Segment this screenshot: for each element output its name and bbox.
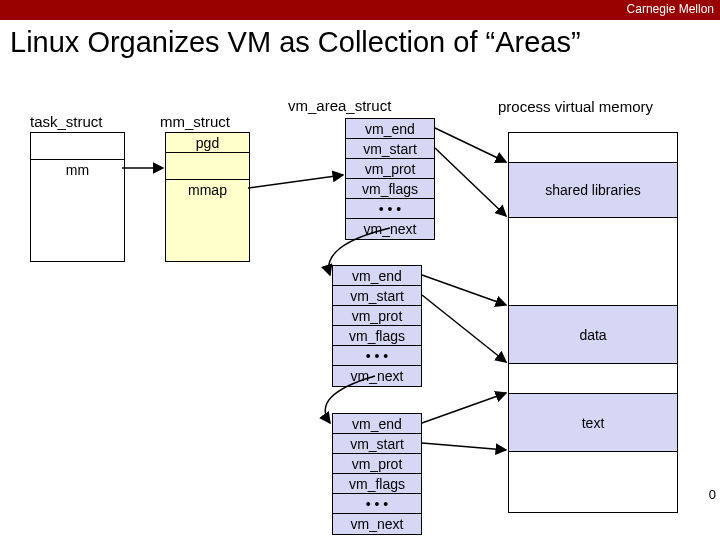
- vm-area-struct-label: vm_area_struct: [288, 97, 391, 114]
- vm-next-2: vm_next: [333, 366, 421, 386]
- svg-line-6: [422, 393, 506, 423]
- vm-area-3: vm_end vm_start vm_prot vm_flags • • • v…: [332, 413, 422, 535]
- vm-start-3: vm_start: [333, 434, 421, 454]
- vm-dots-3: • • •: [333, 494, 421, 514]
- vm-dots-2: • • •: [333, 346, 421, 366]
- vm-start-1: vm_start: [346, 139, 434, 159]
- vm-area-2: vm_end vm_start vm_prot vm_flags • • • v…: [332, 265, 422, 387]
- vm-next-3: vm_next: [333, 514, 421, 534]
- brand-label: Carnegie Mellon: [627, 2, 714, 16]
- mm-struct-label: mm_struct: [160, 113, 230, 130]
- vm-end-2: vm_end: [333, 266, 421, 286]
- vm-prot-1: vm_prot: [346, 159, 434, 179]
- memory-column: shared libraries data text: [508, 132, 678, 513]
- vm-flags-3: vm_flags: [333, 474, 421, 494]
- mem-text: text: [509, 394, 677, 452]
- mem-data: data: [509, 306, 677, 364]
- vm-prot-3: vm_prot: [333, 454, 421, 474]
- vm-end-1: vm_end: [346, 119, 434, 139]
- pvm-label: process virtual memory: [498, 98, 653, 115]
- vm-flags-2: vm_flags: [333, 326, 421, 346]
- mm-struct-box: pgd mmap: [165, 132, 250, 262]
- slide-number: 0: [709, 487, 716, 502]
- vm-flags-1: vm_flags: [346, 179, 434, 199]
- task-struct-box: mm: [30, 132, 125, 262]
- vm-start-2: vm_start: [333, 286, 421, 306]
- vm-end-3: vm_end: [333, 414, 421, 434]
- task-mm-field: mm: [31, 159, 124, 179]
- vm-prot-2: vm_prot: [333, 306, 421, 326]
- svg-line-2: [435, 128, 506, 162]
- svg-line-5: [422, 295, 506, 362]
- slide-title: Linux Organizes VM as Collection of “Are…: [0, 20, 720, 59]
- svg-line-4: [422, 275, 506, 305]
- mem-shared: shared libraries: [509, 163, 677, 218]
- mm-mmap-field: mmap: [166, 179, 249, 199]
- task-struct-label: task_struct: [30, 113, 103, 130]
- top-bar: Carnegie Mellon: [0, 0, 720, 20]
- vm-area-1: vm_end vm_start vm_prot vm_flags • • • v…: [345, 118, 435, 240]
- svg-line-1: [248, 175, 343, 188]
- svg-line-3: [435, 148, 506, 216]
- mm-pgd-field: pgd: [166, 133, 249, 153]
- svg-line-7: [422, 443, 506, 450]
- vm-dots-1: • • •: [346, 199, 434, 219]
- vm-next-1: vm_next: [346, 219, 434, 239]
